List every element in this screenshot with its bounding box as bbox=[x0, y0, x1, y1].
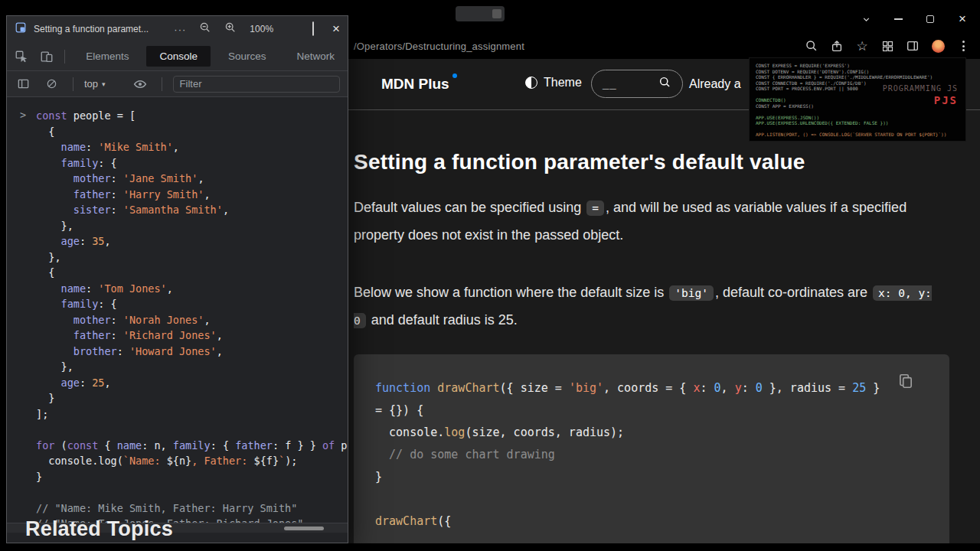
search-icon[interactable] bbox=[658, 76, 671, 92]
devtools-app-icon bbox=[15, 21, 27, 37]
caret-down-icon: ▾ bbox=[102, 80, 106, 88]
search-placeholder: __ bbox=[603, 77, 617, 90]
live-expression-eye-icon[interactable] bbox=[130, 74, 151, 94]
zoom-in-icon[interactable] bbox=[224, 21, 237, 37]
close-button[interactable]: × bbox=[957, 14, 968, 24]
bookmark-star-icon[interactable]: ☆ bbox=[854, 38, 870, 54]
devtools-window: Setting a function paramet... ··· 100% ×… bbox=[6, 15, 348, 543]
code-example: function drawChart({ size = 'big', coord… bbox=[375, 377, 928, 533]
code-example-block: function drawChart({ size = 'big', coord… bbox=[354, 354, 949, 543]
console-toolbar: top ▾ bbox=[7, 71, 348, 97]
clear-console-icon[interactable] bbox=[41, 74, 62, 94]
tab-console[interactable]: Console bbox=[146, 46, 211, 67]
mdn-plus-label: MDN Plus bbox=[381, 76, 449, 92]
page-title: Setting a function parameter's default v… bbox=[354, 150, 949, 174]
pip-watermark: PROGRAMMING JS PJS bbox=[883, 84, 958, 106]
pip-watermark-bottom: PJS bbox=[883, 94, 958, 106]
more-options-icon[interactable]: ··· bbox=[174, 24, 186, 35]
pip-watermark-top: PROGRAMMING JS bbox=[883, 84, 958, 93]
devtools-tabbar: Elements Console Sources Network bbox=[7, 42, 348, 71]
tab-favicon bbox=[492, 9, 501, 18]
search-icon[interactable] bbox=[804, 38, 819, 54]
site-search-input[interactable]: __ bbox=[591, 70, 683, 98]
context-selector[interactable]: top ▾ bbox=[84, 78, 106, 90]
minimize-button[interactable] bbox=[893, 14, 903, 24]
browser-tab[interactable] bbox=[456, 6, 505, 21]
device-toolbar-icon[interactable] bbox=[37, 47, 57, 67]
zoom-out-icon[interactable] bbox=[199, 21, 211, 37]
tab-network[interactable]: Network bbox=[283, 46, 348, 67]
theme-icon bbox=[525, 77, 537, 89]
mdn-plus-link[interactable]: MDN Plus bbox=[381, 76, 449, 93]
inspect-element-icon[interactable] bbox=[11, 47, 32, 67]
paragraph: Below we show a function where the defau… bbox=[354, 279, 949, 334]
devtools-close-button[interactable]: × bbox=[332, 24, 340, 34]
devtools-maximize-button[interactable] bbox=[312, 22, 314, 36]
tab-elements[interactable]: Elements bbox=[73, 46, 142, 67]
devtools-titlebar[interactable]: Setting a function paramet... ··· 100% × bbox=[7, 16, 348, 42]
console-filter-input[interactable] bbox=[173, 76, 340, 93]
theme-toggle-button[interactable]: Theme bbox=[525, 76, 582, 90]
chevron-down-icon[interactable] bbox=[861, 14, 871, 24]
mdn-plus-dot bbox=[452, 73, 457, 78]
pip-video-overlay[interactable]: CONST EXPRESS = REQUIRE('EXPRESS')CONST … bbox=[749, 57, 966, 142]
side-panel-icon[interactable] bbox=[905, 38, 920, 54]
related-topics-heading: Related Topics bbox=[25, 517, 173, 541]
article: Setting a function parameter's default v… bbox=[354, 150, 949, 543]
console-sidebar-icon[interactable] bbox=[13, 74, 34, 94]
address-bar-url[interactable]: /Operators/Destructuring_assignment bbox=[354, 41, 524, 52]
console-prompt-icon: > bbox=[20, 109, 26, 121]
theme-label: Theme bbox=[544, 76, 582, 90]
scrollbar-thumb[interactable] bbox=[284, 527, 324, 530]
devtools-window-title: Setting a function paramet... bbox=[34, 24, 149, 34]
console-panel[interactable]: > const people = [ { name: 'Mike Smith',… bbox=[7, 97, 348, 533]
extensions-icon[interactable] bbox=[880, 38, 895, 54]
menu-kebab-icon[interactable] bbox=[956, 38, 971, 54]
tab-sources[interactable]: Sources bbox=[215, 46, 279, 67]
zoom-level[interactable]: 100% bbox=[250, 24, 273, 34]
context-label: top bbox=[84, 78, 98, 90]
browser-window-controls: × bbox=[861, 14, 968, 24]
share-icon[interactable] bbox=[829, 38, 844, 54]
copy-to-clipboard-button[interactable] bbox=[897, 373, 916, 391]
console-input-code[interactable]: const people = [ { name: 'Mike Smith', f… bbox=[36, 108, 348, 532]
browser-toolbar-icons: ☆ bbox=[804, 38, 971, 54]
maximize-button[interactable] bbox=[925, 14, 936, 24]
subscriber-link[interactable]: Already a bbox=[689, 77, 741, 91]
profile-avatar[interactable] bbox=[930, 38, 946, 54]
paragraph: Default values can be specified using =,… bbox=[354, 194, 949, 249]
